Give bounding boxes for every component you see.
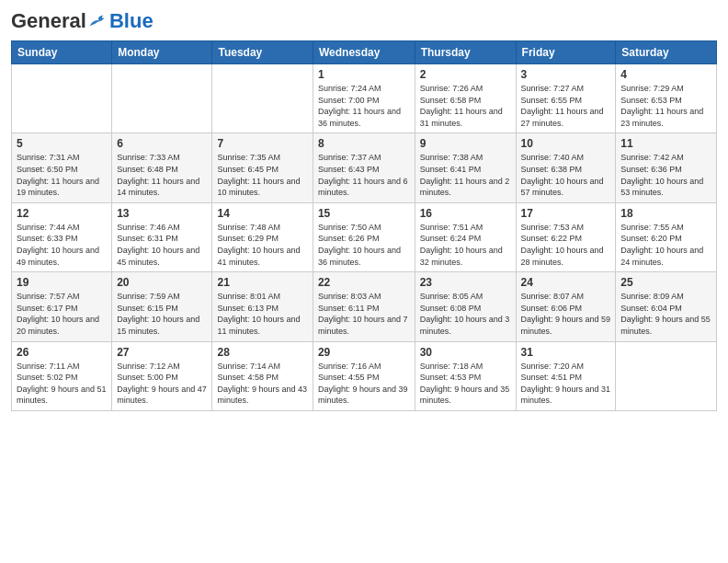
weekday-header: Tuesday — [212, 41, 313, 64]
day-number: 22 — [318, 276, 410, 289]
calendar-cell: 10Sunrise: 7:40 AM Sunset: 6:38 PM Dayli… — [516, 133, 616, 202]
day-info: Sunrise: 8:09 AM Sunset: 6:04 PM Dayligh… — [620, 291, 711, 337]
day-info: Sunrise: 7:57 AM Sunset: 6:17 PM Dayligh… — [17, 291, 107, 337]
calendar-week-row: 12Sunrise: 7:44 AM Sunset: 6:33 PM Dayli… — [12, 202, 717, 271]
weekday-header: Sunday — [12, 41, 112, 64]
calendar-cell: 31Sunrise: 7:20 AM Sunset: 4:51 PM Dayli… — [516, 341, 616, 410]
calendar-cell: 28Sunrise: 7:14 AM Sunset: 4:58 PM Dayli… — [212, 341, 313, 410]
day-info: Sunrise: 8:05 AM Sunset: 6:08 PM Dayligh… — [420, 291, 511, 337]
day-number: 24 — [521, 276, 611, 289]
calendar-week-row: 26Sunrise: 7:11 AM Sunset: 5:02 PM Dayli… — [12, 341, 717, 410]
day-number: 2 — [420, 68, 511, 81]
calendar-cell: 4Sunrise: 7:29 AM Sunset: 6:53 PM Daylig… — [616, 64, 717, 133]
day-number: 29 — [318, 346, 410, 359]
day-info: Sunrise: 7:24 AM Sunset: 7:00 PM Dayligh… — [318, 83, 410, 129]
calendar-week-row: 5Sunrise: 7:31 AM Sunset: 6:50 PM Daylig… — [12, 133, 717, 202]
day-number: 18 — [620, 207, 711, 220]
logo-general: General — [11, 9, 86, 33]
day-info: Sunrise: 7:26 AM Sunset: 6:58 PM Dayligh… — [420, 83, 511, 129]
day-info: Sunrise: 7:12 AM Sunset: 5:00 PM Dayligh… — [117, 361, 207, 407]
day-number: 28 — [217, 346, 307, 359]
calendar-cell: 14Sunrise: 7:48 AM Sunset: 6:29 PM Dayli… — [212, 202, 313, 271]
calendar-table: SundayMondayTuesdayWednesdayThursdayFrid… — [11, 40, 717, 411]
day-info: Sunrise: 7:55 AM Sunset: 6:20 PM Dayligh… — [620, 222, 711, 268]
day-info: Sunrise: 7:53 AM Sunset: 6:22 PM Dayligh… — [521, 222, 611, 268]
day-info: Sunrise: 8:03 AM Sunset: 6:11 PM Dayligh… — [318, 291, 410, 337]
calendar-cell: 15Sunrise: 7:50 AM Sunset: 6:26 PM Dayli… — [313, 202, 415, 271]
calendar-cell: 1Sunrise: 7:24 AM Sunset: 7:00 PM Daylig… — [313, 64, 415, 133]
calendar-cell: 3Sunrise: 7:27 AM Sunset: 6:55 PM Daylig… — [516, 64, 616, 133]
calendar-cell: 19Sunrise: 7:57 AM Sunset: 6:17 PM Dayli… — [12, 272, 112, 341]
page-header: General Blue — [11, 9, 717, 33]
day-info: Sunrise: 8:07 AM Sunset: 6:06 PM Dayligh… — [521, 291, 611, 337]
day-number: 14 — [217, 207, 307, 220]
day-number: 3 — [521, 68, 611, 81]
calendar-cell: 24Sunrise: 8:07 AM Sunset: 6:06 PM Dayli… — [516, 272, 616, 341]
calendar-cell: 25Sunrise: 8:09 AM Sunset: 6:04 PM Dayli… — [616, 272, 717, 341]
weekday-header: Saturday — [616, 41, 717, 64]
day-number: 31 — [521, 346, 611, 359]
calendar-cell: 6Sunrise: 7:33 AM Sunset: 6:48 PM Daylig… — [112, 133, 212, 202]
day-number: 13 — [117, 207, 207, 220]
calendar-cell: 13Sunrise: 7:46 AM Sunset: 6:31 PM Dayli… — [112, 202, 212, 271]
day-number: 30 — [420, 346, 511, 359]
day-info: Sunrise: 7:59 AM Sunset: 6:15 PM Dayligh… — [117, 291, 207, 337]
day-info: Sunrise: 7:31 AM Sunset: 6:50 PM Dayligh… — [17, 152, 107, 198]
day-info: Sunrise: 7:14 AM Sunset: 4:58 PM Dayligh… — [217, 361, 307, 407]
day-info: Sunrise: 7:18 AM Sunset: 4:53 PM Dayligh… — [420, 361, 511, 407]
day-info: Sunrise: 7:46 AM Sunset: 6:31 PM Dayligh… — [117, 222, 207, 268]
day-number: 17 — [521, 207, 611, 220]
day-number: 26 — [17, 346, 107, 359]
calendar-cell: 2Sunrise: 7:26 AM Sunset: 6:58 PM Daylig… — [415, 64, 516, 133]
calendar-cell: 12Sunrise: 7:44 AM Sunset: 6:33 PM Dayli… — [12, 202, 112, 271]
day-number: 23 — [420, 276, 511, 289]
day-info: Sunrise: 7:40 AM Sunset: 6:38 PM Dayligh… — [521, 152, 611, 198]
day-number: 15 — [318, 207, 410, 220]
day-number: 20 — [117, 276, 207, 289]
calendar-cell: 16Sunrise: 7:51 AM Sunset: 6:24 PM Dayli… — [415, 202, 516, 271]
day-info: Sunrise: 7:11 AM Sunset: 5:02 PM Dayligh… — [17, 361, 107, 407]
logo-text: General Blue — [11, 9, 154, 33]
weekday-header: Thursday — [415, 41, 516, 64]
day-number: 10 — [521, 137, 611, 150]
calendar-cell: 17Sunrise: 7:53 AM Sunset: 6:22 PM Dayli… — [516, 202, 616, 271]
calendar-cell: 7Sunrise: 7:35 AM Sunset: 6:45 PM Daylig… — [212, 133, 313, 202]
calendar-cell: 11Sunrise: 7:42 AM Sunset: 6:36 PM Dayli… — [616, 133, 717, 202]
day-number: 4 — [620, 68, 711, 81]
day-number: 1 — [318, 68, 410, 81]
day-number: 19 — [17, 276, 107, 289]
weekday-header: Monday — [112, 41, 212, 64]
logo: General Blue — [11, 9, 154, 33]
calendar-week-row: 1Sunrise: 7:24 AM Sunset: 7:00 PM Daylig… — [12, 64, 717, 133]
day-info: Sunrise: 7:20 AM Sunset: 4:51 PM Dayligh… — [521, 361, 611, 407]
weekday-header: Wednesday — [313, 41, 415, 64]
day-info: Sunrise: 7:27 AM Sunset: 6:55 PM Dayligh… — [521, 83, 611, 129]
day-info: Sunrise: 7:16 AM Sunset: 4:55 PM Dayligh… — [318, 361, 410, 407]
day-number: 5 — [17, 137, 107, 150]
day-number: 27 — [117, 346, 207, 359]
day-info: Sunrise: 7:35 AM Sunset: 6:45 PM Dayligh… — [217, 152, 307, 198]
calendar-cell: 23Sunrise: 8:05 AM Sunset: 6:08 PM Dayli… — [415, 272, 516, 341]
day-number: 8 — [318, 137, 410, 150]
day-info: Sunrise: 8:01 AM Sunset: 6:13 PM Dayligh… — [217, 291, 307, 337]
day-number: 21 — [217, 276, 307, 289]
calendar-cell — [112, 64, 212, 133]
calendar-cell — [616, 341, 717, 410]
day-number: 12 — [17, 207, 107, 220]
calendar-cell: 26Sunrise: 7:11 AM Sunset: 5:02 PM Dayli… — [12, 341, 112, 410]
calendar-cell — [12, 64, 112, 133]
logo-bird-icon — [88, 13, 108, 29]
day-number: 9 — [420, 137, 511, 150]
day-number: 7 — [217, 137, 307, 150]
day-number: 16 — [420, 207, 511, 220]
calendar-cell: 27Sunrise: 7:12 AM Sunset: 5:00 PM Dayli… — [112, 341, 212, 410]
day-info: Sunrise: 7:29 AM Sunset: 6:53 PM Dayligh… — [620, 83, 711, 129]
calendar-cell: 29Sunrise: 7:16 AM Sunset: 4:55 PM Dayli… — [313, 341, 415, 410]
day-info: Sunrise: 7:42 AM Sunset: 6:36 PM Dayligh… — [620, 152, 711, 198]
calendar-cell: 21Sunrise: 8:01 AM Sunset: 6:13 PM Dayli… — [212, 272, 313, 341]
day-info: Sunrise: 7:37 AM Sunset: 6:43 PM Dayligh… — [318, 152, 410, 198]
day-info: Sunrise: 7:38 AM Sunset: 6:41 PM Dayligh… — [420, 152, 511, 198]
calendar-week-row: 19Sunrise: 7:57 AM Sunset: 6:17 PM Dayli… — [12, 272, 717, 341]
calendar-cell — [212, 64, 313, 133]
day-info: Sunrise: 7:44 AM Sunset: 6:33 PM Dayligh… — [17, 222, 107, 268]
